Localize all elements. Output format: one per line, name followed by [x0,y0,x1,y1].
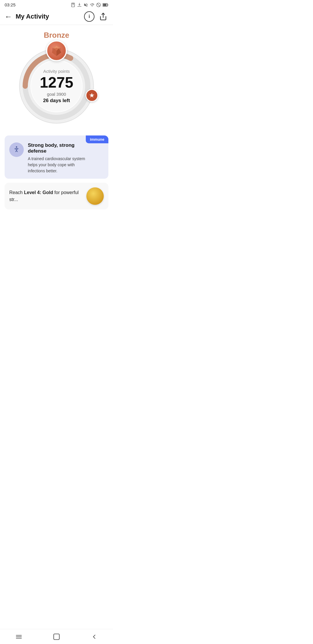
no-entry-icon [96,3,101,7]
next-level-prefix: Reach [9,190,24,195]
star-badge: ★ [85,89,98,102]
tier-label: Bronze [5,31,108,40]
page-title: My Activity [16,13,49,20]
download-icon [77,3,82,7]
bronze-gem-icon [50,44,63,57]
svg-rect-5 [103,4,107,6]
battery-icon [103,3,108,7]
svg-point-21 [16,146,17,148]
card-title: Strong body, strong defense [28,142,86,154]
points-label: Activity points [40,69,73,74]
info-button[interactable]: i [84,11,94,22]
header-actions: i [84,11,108,22]
ring-container: ★ Activity points 1275 goal 3900 26 days… [5,46,108,127]
card-description: A trained cardiovascular system helps yo… [28,156,86,174]
star-icon-circle: ★ [85,89,98,102]
ring-center-info: Activity points 1275 goal 3900 26 days l… [40,69,73,104]
ring-wrapper: ★ Activity points 1275 goal 3900 26 days… [16,46,97,127]
back-button[interactable]: ← [5,13,12,20]
header: ← My Activity i [0,8,113,25]
next-level-continued: str... [9,197,18,202]
svg-rect-0 [72,3,74,4]
points-value: 1275 [40,75,73,90]
mute-icon [83,3,88,7]
immune-card: immune Strong body, strong defense A tra… [5,135,108,179]
person-accessibility-icon [12,146,21,154]
card-text: Strong body, strong defense A trained ca… [28,140,104,174]
goal-label: goal 3900 [40,92,73,97]
header-left: ← My Activity [5,13,49,20]
gold-coin-icon [86,187,104,205]
clipboard-icon [71,3,75,7]
next-level-bold: Level 4: Gold [24,190,53,195]
immune-tag: immune [86,135,108,143]
next-level-card: Reach Level 4: Gold for powerful str... [5,183,108,209]
share-icon [99,12,107,21]
days-left-label: 26 days left [40,98,73,104]
card-icon-wrap [9,142,24,157]
tier-badge-top [46,40,67,61]
status-time: 03:25 [5,2,16,7]
share-button[interactable] [98,11,108,22]
star-icon: ★ [89,92,95,99]
next-level-suffix: for powerful [53,190,79,195]
wifi-icon [90,3,94,7]
info-icon: i [89,14,90,19]
status-icons [71,3,108,7]
bronze-badge [46,40,67,61]
svg-line-3 [97,3,100,6]
next-level-text: Reach Level 4: Gold for powerful str... [9,189,82,203]
content: Bronze [0,25,113,209]
status-bar: 03:25 [0,0,113,8]
